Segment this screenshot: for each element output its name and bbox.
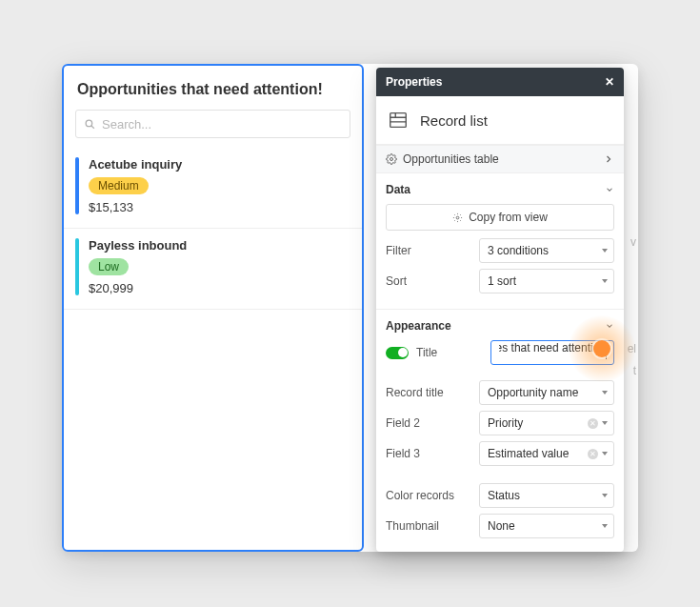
record-title-value: Opportunity name bbox=[488, 386, 578, 399]
svg-rect-2 bbox=[390, 113, 407, 128]
svg-point-7 bbox=[456, 216, 459, 219]
search-placeholder: Search... bbox=[102, 117, 151, 132]
filter-label: Filter bbox=[386, 244, 471, 257]
record-title: Acetube inquiry bbox=[89, 157, 182, 172]
section-header-data[interactable]: Data bbox=[376, 173, 624, 204]
element-type-row: Record list bbox=[376, 96, 624, 145]
text-caret bbox=[606, 346, 607, 359]
peek-fragment: v bbox=[630, 235, 636, 249]
sort-label: Sort bbox=[386, 274, 471, 288]
source-table-label: Opportunities table bbox=[403, 152, 499, 166]
thumbnail-value: None bbox=[488, 519, 515, 533]
peek-fragment: el bbox=[628, 342, 636, 355]
section-header-appearance[interactable]: Appearance bbox=[376, 310, 624, 340]
app-window: Opportunities that need attention! Searc… bbox=[62, 64, 638, 552]
thumbnail-select[interactable]: None bbox=[479, 514, 614, 538]
chevron-down-icon bbox=[602, 494, 608, 497]
status-color-bar bbox=[75, 238, 79, 295]
close-button[interactable]: ✕ bbox=[605, 75, 614, 89]
filter-select[interactable]: 3 conditions bbox=[479, 238, 614, 263]
sort-select[interactable]: 1 sort bbox=[479, 269, 614, 293]
chevron-down-icon bbox=[602, 249, 608, 253]
field-2-value: Priority bbox=[488, 416, 523, 430]
copy-from-view-label: Copy from view bbox=[469, 211, 548, 224]
right-pane: v el t Properties ✕ Record list bbox=[364, 64, 638, 552]
field-2-select[interactable]: Priority ✕ bbox=[479, 411, 614, 435]
record-title: Payless inbound bbox=[89, 238, 187, 253]
page-title: Opportunities that need attention! bbox=[64, 66, 362, 110]
color-records-value: Status bbox=[488, 489, 520, 502]
record-title-label: Record title bbox=[386, 386, 471, 399]
section-body-data: Copy from view Filter 3 conditions Sort … bbox=[376, 204, 624, 310]
priority-badge: Low bbox=[89, 258, 129, 275]
peek-fragment: t bbox=[633, 364, 636, 377]
sort-value: 1 sort bbox=[488, 274, 516, 288]
clear-icon[interactable]: ✕ bbox=[588, 418, 598, 429]
properties-panel: Properties ✕ Record list Opportu bbox=[376, 68, 624, 552]
source-table-row[interactable]: Opportunities table bbox=[376, 145, 624, 173]
chevron-down-icon bbox=[602, 279, 608, 283]
section-label: Data bbox=[386, 183, 410, 196]
copy-from-view-button[interactable]: Copy from view bbox=[386, 204, 614, 231]
section-body-appearance: Title inities that need attention! Recor… bbox=[376, 340, 624, 552]
color-records-select[interactable]: Status bbox=[479, 483, 614, 508]
field-3-select[interactable]: Estimated value ✕ bbox=[479, 441, 614, 466]
record-list-icon bbox=[388, 110, 409, 131]
title-toggle[interactable] bbox=[386, 347, 409, 359]
chevron-down-icon bbox=[602, 391, 608, 395]
filter-value: 3 conditions bbox=[488, 244, 549, 257]
chevron-down-icon bbox=[605, 321, 614, 331]
record-value: $20,999 bbox=[89, 281, 187, 295]
svg-line-1 bbox=[91, 125, 94, 128]
chevron-right-icon bbox=[603, 153, 614, 165]
title-input-value: inities that need attention! bbox=[499, 341, 606, 354]
properties-header-label: Properties bbox=[386, 75, 442, 89]
title-toggle-label: Title bbox=[416, 346, 437, 359]
chevron-down-icon bbox=[602, 524, 608, 528]
field-3-value: Estimated value bbox=[488, 447, 569, 460]
record-list-preview[interactable]: Opportunities that need attention! Searc… bbox=[62, 64, 364, 552]
search-icon bbox=[84, 118, 96, 131]
record-title-select[interactable]: Opportunity name bbox=[479, 380, 614, 405]
svg-point-0 bbox=[86, 120, 92, 127]
search-input[interactable]: Search... bbox=[75, 110, 350, 138]
clear-icon[interactable]: ✕ bbox=[588, 449, 598, 459]
thumbnail-label: Thumbnail bbox=[386, 519, 471, 533]
list-item[interactable]: Acetube inquiry Medium $15,133 bbox=[64, 148, 362, 229]
svg-point-6 bbox=[390, 158, 393, 161]
record-value: $15,133 bbox=[89, 200, 182, 214]
gear-icon bbox=[386, 153, 397, 165]
chevron-down-icon bbox=[602, 452, 608, 455]
priority-badge: Medium bbox=[89, 177, 149, 194]
field-2-label: Field 2 bbox=[386, 416, 471, 430]
element-type-label: Record list bbox=[420, 112, 488, 129]
title-input[interactable]: inities that need attention! bbox=[490, 340, 614, 365]
color-records-label: Color records bbox=[386, 489, 471, 502]
gear-icon bbox=[452, 212, 463, 223]
chevron-down-icon bbox=[602, 421, 608, 425]
status-color-bar bbox=[75, 157, 79, 214]
list-item[interactable]: Payless inbound Low $20,999 bbox=[64, 229, 362, 310]
field-3-label: Field 3 bbox=[386, 447, 471, 460]
chevron-down-icon bbox=[605, 185, 614, 194]
section-label: Appearance bbox=[386, 319, 451, 333]
properties-header: Properties ✕ bbox=[376, 68, 624, 96]
